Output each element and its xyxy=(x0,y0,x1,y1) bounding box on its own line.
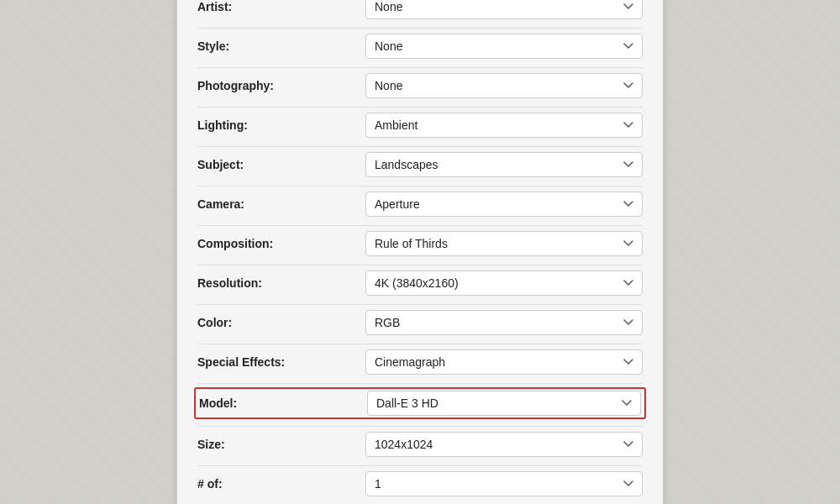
label-special-effects: Special Effects: xyxy=(197,355,365,369)
row-divider xyxy=(197,146,643,147)
row-divider xyxy=(197,67,643,68)
settings-panel: Settings Artist:NoneStyle:NonePhotograph… xyxy=(176,0,664,504)
label-camera: Camera: xyxy=(197,197,365,211)
label-resolution: Resolution: xyxy=(197,276,365,290)
select-style[interactable]: None xyxy=(365,34,643,59)
row-divider xyxy=(197,465,643,466)
select-model[interactable]: Dall-E 3 HD xyxy=(367,391,641,416)
row-divider xyxy=(197,225,643,226)
select-subject[interactable]: Landscapes xyxy=(365,152,643,177)
select-resolution[interactable]: 4K (3840x2160) xyxy=(365,270,643,296)
label-model: Model: xyxy=(199,396,367,410)
settings-row-num-of: # of:1 xyxy=(197,470,643,498)
row-divider xyxy=(197,28,643,29)
row-divider xyxy=(197,304,643,305)
settings-row-color: Color:RGB xyxy=(197,308,643,337)
row-divider xyxy=(197,344,643,344)
label-lighting: Lighting: xyxy=(197,118,365,132)
label-size: Size: xyxy=(197,438,365,451)
row-divider xyxy=(197,107,643,108)
label-num-of: # of: xyxy=(197,477,365,491)
settings-row-subject: Subject:Landscapes xyxy=(197,150,643,179)
select-color[interactable]: RGB xyxy=(365,310,643,335)
row-divider xyxy=(197,265,643,265)
settings-row-size: Size:1024x1024 xyxy=(197,430,643,459)
label-subject: Subject: xyxy=(197,158,365,171)
select-camera[interactable]: Aperture xyxy=(365,192,643,217)
select-artist[interactable]: None xyxy=(365,0,643,19)
select-photography[interactable]: None xyxy=(365,73,643,98)
settings-row-model: Model:Dall-E 3 HD xyxy=(194,387,646,419)
settings-row-composition: Composition:Rule of Thirds xyxy=(197,229,643,258)
label-photography: Photography: xyxy=(197,79,365,92)
select-lighting[interactable]: Ambient xyxy=(365,113,643,138)
select-special-effects[interactable]: Cinemagraph xyxy=(365,349,643,375)
label-color: Color: xyxy=(197,316,365,329)
select-num-of[interactable]: 1 xyxy=(365,471,643,496)
settings-row-resolution: Resolution:4K (3840x2160) xyxy=(197,269,643,297)
label-artist: Artist: xyxy=(197,0,365,13)
row-divider xyxy=(197,426,643,427)
settings-row-photography: Photography:None xyxy=(197,71,643,100)
settings-row-special-effects: Special Effects:Cinemagraph xyxy=(197,348,643,376)
row-divider xyxy=(197,383,643,384)
settings-row-camera: Camera:Aperture xyxy=(197,190,643,218)
settings-row-lighting: Lighting:Ambient xyxy=(197,111,643,139)
select-composition[interactable]: Rule of Thirds xyxy=(365,231,643,256)
row-divider xyxy=(197,186,643,186)
settings-row-style: Style:None xyxy=(197,32,643,60)
label-composition: Composition: xyxy=(197,237,365,250)
select-size[interactable]: 1024x1024 xyxy=(365,432,643,457)
label-style: Style: xyxy=(197,39,365,53)
settings-row-artist: Artist:None xyxy=(197,0,643,21)
